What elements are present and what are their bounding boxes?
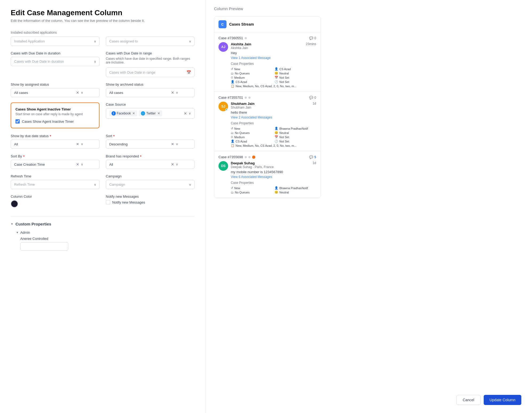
archived-status-select[interactable]: All cases ✕ ∨ [106,88,195,97]
due-date-status-clear[interactable]: ✕ [76,142,79,146]
installed-app-note: Installed subscribed applications [11,31,194,34]
brand-responded-select[interactable]: All ✕ ∨ [106,160,195,169]
archived-status-label: Show by archived status [106,82,195,86]
assigned-status-label: Show by assigned status [11,82,100,86]
sort-by-required: • [23,154,25,158]
assigned-status-select[interactable]: All cases ✕ ∨ [11,88,100,97]
case-name-3: Deepak Suhag [231,161,274,165]
inactive-timer-title: Cases Show Agent Inactive Timer [15,107,95,111]
cases-stream-title: Cases Stream [229,22,254,26]
facebook-icon: f [112,111,116,116]
notify-messages-label: Notify new Messages [106,194,195,198]
case-properties-1: Case Properties ↺New 👤CS Azad 🗂No Queues… [231,62,316,88]
status-dot-2a [245,97,247,99]
case-msg-2: hello there [231,110,316,114]
orange-dot-3 [252,156,255,159]
tag-facebook: f Facebook ✕ [109,110,137,116]
custom-properties-section[interactable]: ▼ Custom Properties [11,222,194,226]
sort-required: • [113,134,115,138]
msg-count-1: 💬 0 [309,36,316,40]
update-column-button[interactable]: Update Column [484,395,521,405]
chat-icon-3: 💬 [309,155,313,159]
status-dot-3a [245,156,247,158]
calendar-icon: 📅 [186,70,191,74]
avatar-1: AJ [219,42,228,52]
msg-count-3: 💬 5 [309,155,316,159]
brand-required: • [140,154,142,158]
chat-icon-1: 💬 [309,36,313,40]
tag-twitter: 🐦 Twitter ✕ [139,110,162,116]
case-time-1: 23mins [306,42,316,50]
status-dot-2b [248,97,251,99]
cases-assigned-select[interactable]: Cases assigned to [106,37,195,46]
case-card-1: Case #7360551 💬 0 AJ Akshita Jain [214,32,320,92]
assigned-status-chevron: ∨ [81,91,83,94]
due-date-duration-label: Cases with Due Date in duration [11,51,100,55]
column-preview-title: Column Preview [214,6,523,11]
notify-messages-checkbox[interactable] [106,200,110,204]
case-sub-2: Shubham Jain [231,106,255,109]
case-sub-3: Deepak Suhag · Paris, France [231,165,274,169]
sort-select[interactable]: Descending ✕ ∨ [106,140,195,149]
twitter-remove[interactable]: ✕ [157,112,160,115]
archived-status-chevron: ∨ [176,91,178,94]
campaign-label: Campaign [106,174,195,178]
view-associated-1[interactable]: View 1 Associated Message [231,56,316,60]
assigned-status-clear[interactable]: ✕ [76,90,79,95]
sort-clear[interactable]: ✕ [171,142,174,146]
refresh-time-select[interactable]: Refresh Time [11,180,100,189]
status-dot-1 [245,37,247,39]
inactive-timer-checkbox[interactable] [15,119,20,124]
collapse-icon: ▼ [11,223,13,225]
aneree-controlled-input[interactable] [20,242,68,251]
notify-messages-text: Notify new Messages [112,200,145,204]
admin-label: Admin [20,231,30,235]
installed-app-select[interactable]: Installed Application [11,37,100,46]
campaign-select[interactable]: Campaign [106,180,195,189]
preview-card: C Cases Stream Case #7360551 💬 0 AJ [214,16,321,198]
brand-responded-clear[interactable]: ✕ [171,162,174,166]
inactive-timer-desc: Start timer on case after reply is made … [15,112,95,116]
case-time-3: 1d [313,161,316,169]
case-number-2: Case #7355701 [219,96,251,100]
avatar-3: DS [219,161,228,171]
column-color-label: Column Color [11,194,100,198]
case-name-2: Shubham Jain [231,102,255,106]
sort-chevron: ∨ [176,142,178,146]
case-source-clear[interactable]: ✕ [184,111,187,116]
due-date-status-label: Show by due date status • [11,134,100,138]
archived-status-clear[interactable]: ✕ [171,90,174,95]
due-date-status-chevron: ∨ [81,142,83,146]
case-number-1: Case #7360551 [219,36,247,40]
view-associated-2[interactable]: View 2 Associated Messages [231,116,316,119]
case-msg-3: my mobile number is 1234567890 [231,170,316,174]
due-date-range-label: Cases with Due Date in range [106,51,195,55]
due-date-range-input[interactable]: Cases with Due Date in range 📅 [106,67,195,77]
due-date-status-select[interactable]: All ✕ ∨ [11,140,100,149]
page-subtitle: Edit the information of the column. You … [11,19,194,23]
sort-by-clear[interactable]: ✕ [76,162,79,166]
sort-by-select[interactable]: Case Creation Time ✕ ∨ [11,160,100,169]
sort-by-label: Sort By • [11,154,100,158]
view-associated-3[interactable]: View 6 Associated Messages [231,175,316,179]
due-date-duration-select[interactable]: Cases with Due Date in duration [11,57,100,66]
required-indicator: • [50,134,51,138]
chat-icon-2: 💬 [309,96,313,100]
avatar-2: SJ [219,102,228,111]
twitter-icon: 🐦 [141,111,145,116]
color-picker[interactable] [11,200,18,208]
facebook-remove[interactable]: ✕ [132,112,135,115]
brand-responded-chevron: ∨ [176,162,178,166]
case-card-2: Case #7355701 💬 0 SJ [214,92,320,151]
custom-properties-title: Custom Properties [15,222,51,226]
footer-buttons: Cancel Update Column [456,392,521,408]
page-title: Edit Case Management Column [11,9,194,17]
case-sub-1: Akshita Jain [231,46,251,50]
cancel-button[interactable]: Cancel [456,395,481,405]
case-name-1: Akshita Jain [231,42,251,46]
case-source-chevron: ∨ [189,112,191,115]
case-properties-2: Case Properties ↺New 👤Bhawna PradhanNoti… [231,121,316,147]
admin-collapse-icon: ▼ [16,231,19,234]
case-source-input[interactable]: f Facebook ✕ 🐦 Twitter ✕ ✕ ∨ [106,108,195,119]
admin-section[interactable]: ▼ Admin [16,231,194,235]
